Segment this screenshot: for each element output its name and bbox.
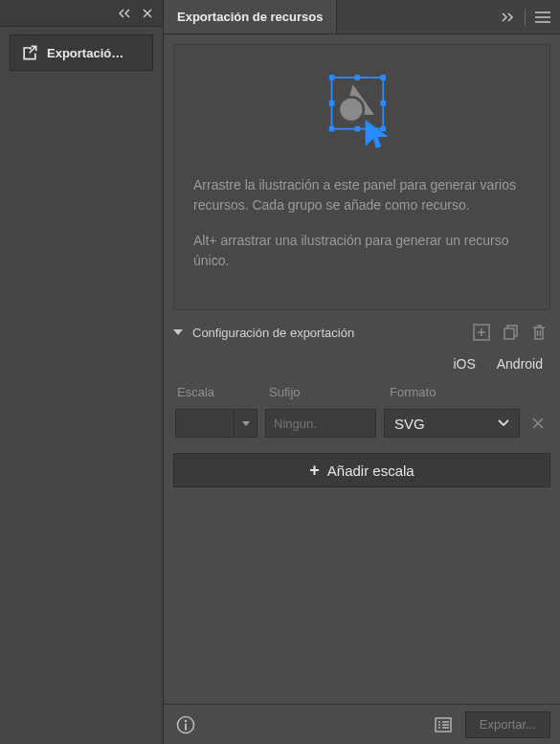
svg-rect-2 xyxy=(380,75,386,80)
dropzone-text-2: Alt+ arrastrar una ilustración para gene… xyxy=(193,231,530,271)
chevron-down-icon xyxy=(498,419,509,427)
platform-row: iOS Android xyxy=(173,352,550,377)
svg-rect-6 xyxy=(355,126,361,132)
svg-rect-8 xyxy=(380,101,386,106)
svg-rect-14 xyxy=(185,723,187,730)
dropzone-text-1: Arrastre la ilustración a este panel par… xyxy=(193,175,530,215)
col-escala: Escala xyxy=(177,385,259,399)
chevron-down-icon xyxy=(173,329,183,335)
escala-dropdown-icon[interactable] xyxy=(235,409,258,438)
expand-icon[interactable] xyxy=(117,6,132,21)
panel-menu-icon[interactable] xyxy=(535,10,550,25)
sufijo-field[interactable] xyxy=(265,409,376,438)
add-scale-label: Añadir escala xyxy=(327,462,414,479)
collapse-icon[interactable] xyxy=(500,10,515,25)
export-panel: Exportación de recursos xyxy=(163,0,560,744)
list-view-icon[interactable] xyxy=(431,712,456,737)
add-scale-button[interactable]: + Añadir escala xyxy=(173,453,550,487)
export-button[interactable]: Exportar... xyxy=(465,711,550,738)
sidebar-tab-label: Exportació… xyxy=(47,46,123,60)
svg-rect-3 xyxy=(329,126,335,132)
tab-bar: Exportación de recursos xyxy=(164,0,560,34)
export-button-label: Exportar... xyxy=(480,717,536,732)
platform-ios[interactable]: iOS xyxy=(453,356,475,372)
export-icon xyxy=(20,43,39,62)
plus-icon: + xyxy=(309,462,320,479)
sidebar-tab-export[interactable]: Exportació… xyxy=(10,34,153,71)
export-config-header[interactable]: Configuración de exportación xyxy=(173,318,550,347)
export-config-label: Configuración de exportación xyxy=(192,326,464,340)
svg-rect-1 xyxy=(329,75,335,80)
duplicate-icon[interactable] xyxy=(499,321,522,344)
remove-row-icon[interactable] xyxy=(527,413,549,434)
svg-rect-5 xyxy=(355,75,361,80)
col-sufijo: Sufijo xyxy=(269,385,380,399)
svg-point-9 xyxy=(339,97,364,122)
separator xyxy=(525,9,526,26)
add-grid-icon[interactable] xyxy=(470,321,493,344)
dropzone-illustration-icon xyxy=(326,72,397,152)
formato-field[interactable]: SVG xyxy=(384,409,520,438)
left-header xyxy=(0,0,163,27)
scale-row: SVG xyxy=(173,409,550,438)
columns-header: Escala Sufijo Formato xyxy=(173,383,550,403)
escala-field[interactable] xyxy=(175,409,258,438)
info-icon[interactable] xyxy=(173,712,198,737)
tab-label: Exportación de recursos xyxy=(177,10,323,24)
close-icon[interactable] xyxy=(140,6,155,21)
left-column: Exportació… xyxy=(0,0,163,744)
svg-rect-4 xyxy=(380,126,386,132)
drop-zone[interactable]: Arrastre la ilustración a este panel par… xyxy=(173,44,550,310)
formato-value: SVG xyxy=(394,416,425,432)
svg-rect-7 xyxy=(329,101,335,106)
svg-rect-11 xyxy=(504,328,514,339)
panel-footer: Exportar... xyxy=(164,704,560,744)
col-formato: Formato xyxy=(390,385,547,399)
platform-android[interactable]: Android xyxy=(497,356,543,372)
svg-point-13 xyxy=(185,719,188,722)
trash-icon[interactable] xyxy=(527,321,550,344)
tab-export-assets[interactable]: Exportación de recursos xyxy=(164,0,337,34)
